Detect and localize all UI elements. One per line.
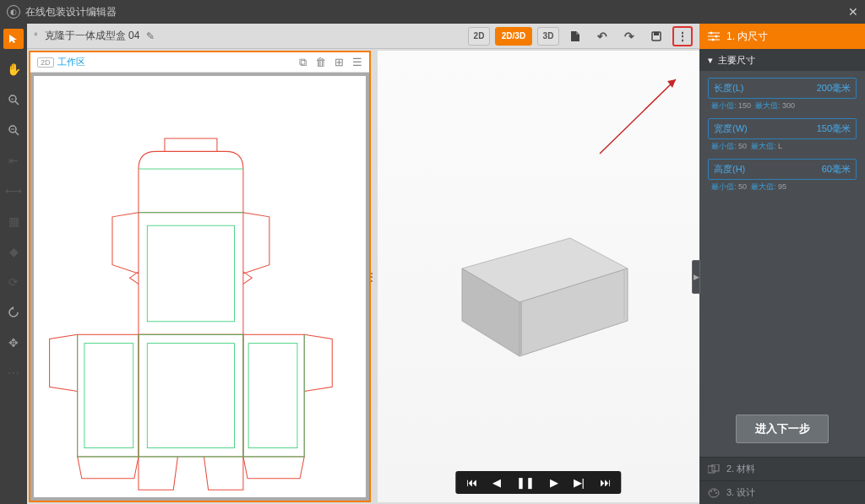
right-panel: 1. 内尺寸 ▾ 主要尺寸 长度(L) 200毫米 最小值: 150 最大值: … [699,24,865,504]
animation-player: ⏮ ◀ ❚❚ ▶ ▶| ⏭ [456,471,621,494]
dim-length-hint: 最小值: 150 最大值: 300 [699,99,865,111]
main-area: ✋ + ⇤ ⟷ ▦ ◆ ⟳ ✥ ⋯ * 克隆于一体成型盒 04 [0,24,865,504]
panel-2d-badge: 2D [37,57,54,68]
svg-rect-22 [84,344,133,448]
svg-text:+: + [11,96,14,101]
ruler-tool-icon[interactable]: ⟷ [3,181,24,201]
dim-width-value: 150毫米 [817,122,851,135]
dimension-tool-icon[interactable]: ⇤ [3,150,24,171]
panel-3d[interactable]: ⏮ ◀ ❚❚ ▶ ▶| ⏭ ▶ [378,51,699,502]
save-icon[interactable] [645,27,667,46]
page-icon[interactable] [564,27,586,46]
svg-rect-23 [248,344,297,448]
panel-2d-header: 2D工作区 ⧉ 🗑 ⊞ ☰ [30,52,369,73]
svg-rect-7 [654,32,659,35]
modified-star-icon: * [34,30,38,42]
canvas-2d[interactable] [34,76,366,497]
svg-rect-20 [147,225,234,322]
dim-length-label: 长度(L) [714,82,743,95]
svg-rect-36 [708,466,715,473]
zoom-in-icon[interactable]: + [3,89,24,110]
app-logo-icon: ◐ [7,5,20,19]
dim-width-hint: 最小值: 50 最大值: L [699,139,865,152]
dim-length-field[interactable]: 长度(L) 200毫米 [708,78,857,99]
svg-point-31 [710,32,713,35]
step-3-row[interactable]: 3. 设计 [699,480,865,504]
svg-rect-21 [147,344,234,448]
svg-point-41 [715,492,717,494]
svg-rect-10 [78,334,139,457]
svg-point-40 [714,490,715,491]
palette-icon [708,488,720,498]
trash-icon[interactable]: 🗑 [315,56,326,69]
right-panel-footer: 2. 材料 3. 设计 [699,457,865,504]
svg-point-35 [712,39,715,41]
player-prev-icon[interactable]: ◀ [492,476,501,489]
options-tool-icon[interactable]: ⋯ [3,363,24,383]
material-icon [708,464,720,474]
player-play-icon[interactable]: ▶ [550,476,558,489]
step-3-label: 3. 设计 [726,486,755,499]
svg-rect-37 [712,464,719,471]
pointer-tool-icon[interactable] [3,29,24,49]
app-window: ◐ 在线包装设计编辑器 ✕ ✋ + ⇤ ⟷ ▦ ◆ ⟳ ✥ [0,0,865,504]
center-area: * 克隆于一体成型盒 04 ✎ 2D 2D/3D 3D ↶ ↷ [27,24,699,504]
view-2d3d-button[interactable]: 2D/3D [495,27,532,46]
grid-icon[interactable]: ⊞ [335,56,344,69]
grid-tool-icon[interactable]: ▦ [3,211,24,231]
window-titlebar: ◐ 在线包装设计编辑器 ✕ [0,0,865,24]
svg-line-1 [15,101,19,105]
undo-icon[interactable]: ↶ [591,27,613,46]
reset-tool-icon[interactable] [3,302,24,322]
svg-point-39 [710,490,712,492]
zoom-out-icon[interactable] [3,120,24,140]
dim-height-hint: 最小值: 50 最大值: 95 [699,180,865,192]
panel-2d-label: 工作区 [57,57,85,67]
collapse-right-icon[interactable]: ▶ [692,260,700,294]
document-name: 克隆于一体成型盒 04 [45,29,140,43]
box-3d-preview [428,176,648,378]
right-panel-subheader[interactable]: ▾ 主要尺寸 [699,49,865,71]
rotate-tool-icon[interactable]: ⟳ [3,272,24,292]
dim-length-value: 200毫米 [817,82,851,95]
dim-width-label: 宽度(W) [714,122,748,135]
step-2-row[interactable]: 2. 材料 [699,457,865,480]
workspace: 2D工作区 ⧉ 🗑 ⊞ ☰ [27,49,699,504]
svg-point-33 [715,35,718,38]
player-pause-icon[interactable]: ❚❚ [516,476,535,489]
svg-line-24 [600,79,676,154]
next-step-button[interactable]: 进入下一步 [736,415,829,443]
view-2d-button[interactable]: 2D [468,27,490,46]
svg-point-38 [709,489,719,497]
hand-tool-icon[interactable]: ✋ [3,59,24,79]
svg-rect-8 [139,213,243,335]
dim-height-field[interactable]: 高度(H) 60毫米 [708,159,857,180]
document-bar: * 克隆于一体成型盒 04 ✎ 2D 2D/3D 3D ↶ ↷ [27,24,699,49]
more-menu-icon[interactable]: ⋮ [672,26,693,46]
list-icon[interactable]: ☰ [352,56,362,69]
rename-icon[interactable]: ✎ [146,30,155,42]
layer-tool-icon[interactable]: ◆ [3,241,24,262]
move-tool-icon[interactable]: ✥ [3,333,24,353]
svg-rect-11 [243,334,304,457]
annotation-arrow [591,69,684,162]
dim-height-label: 高度(H) [714,163,745,176]
player-first-icon[interactable]: ⏮ [466,476,477,489]
redo-icon[interactable]: ↷ [618,27,640,46]
dim-width-field[interactable]: 宽度(W) 150毫米 [708,118,857,139]
right-panel-header: 1. 内尺寸 [699,24,865,49]
panel-2d: 2D工作区 ⧉ 🗑 ⊞ ☰ [29,51,371,502]
svg-rect-9 [139,334,243,457]
left-toolbar: ✋ + ⇤ ⟷ ▦ ◆ ⟳ ✥ ⋯ [0,24,27,504]
right-panel-sub-label: 主要尺寸 [718,54,755,67]
player-last-icon[interactable]: ⏭ [600,476,611,489]
dim-height-value: 60毫米 [822,163,851,176]
right-panel-header-label: 1. 内尺寸 [726,30,768,44]
sliders-icon [708,31,720,41]
svg-line-4 [15,132,19,135]
close-icon[interactable]: ✕ [848,5,858,19]
copy-icon[interactable]: ⧉ [299,56,307,69]
window-title: 在线包装设计编辑器 [25,5,117,19]
player-next-icon[interactable]: ▶| [574,476,585,489]
view-3d-button[interactable]: 3D [537,27,559,46]
